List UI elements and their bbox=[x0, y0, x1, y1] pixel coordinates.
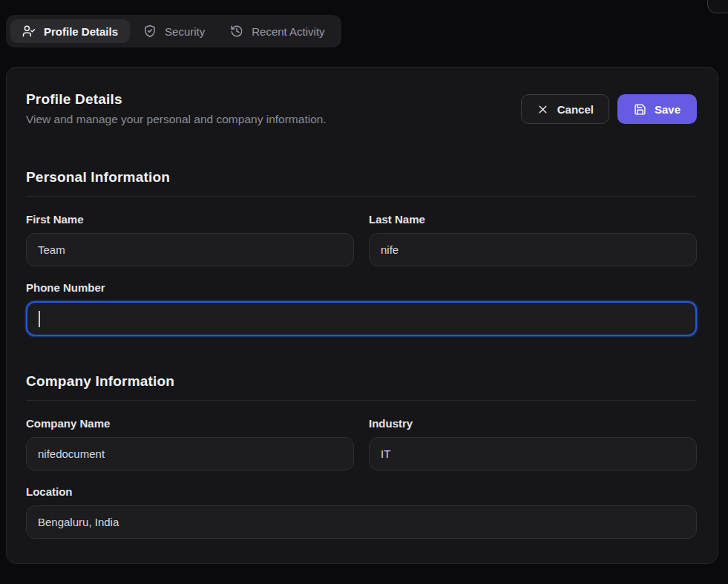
section-company-information: Company Information Company Name Industr… bbox=[26, 373, 697, 539]
industry-label: Industry bbox=[369, 417, 697, 430]
save-button[interactable]: Save bbox=[617, 94, 697, 124]
tab-security[interactable]: Security bbox=[131, 19, 217, 43]
location-field-group: Location bbox=[26, 485, 697, 539]
cancel-button[interactable]: Cancel bbox=[521, 94, 609, 124]
last-name-field-group: Last Name bbox=[369, 213, 697, 266]
phone-number-label: Phone Number bbox=[26, 281, 697, 294]
text-cursor bbox=[39, 311, 40, 327]
location-input[interactable] bbox=[26, 505, 697, 539]
phone-field-group: Phone Number bbox=[26, 281, 697, 336]
tab-label: Security bbox=[165, 25, 205, 38]
section-personal-information: Personal Information First Name Last Nam… bbox=[26, 169, 697, 336]
company-name-input[interactable] bbox=[26, 437, 354, 470]
last-name-input[interactable] bbox=[369, 233, 697, 266]
phone-input-wrap bbox=[26, 301, 697, 336]
last-name-label: Last Name bbox=[369, 213, 697, 226]
offscreen-panel-corner bbox=[707, 0, 728, 13]
shield-check-icon bbox=[143, 24, 157, 38]
close-icon bbox=[537, 103, 549, 116]
section-divider bbox=[26, 400, 697, 401]
industry-field-group: Industry bbox=[369, 417, 697, 470]
profile-tabbar: Profile Details Security Recent Activity bbox=[6, 15, 341, 47]
company-name-label: Company Name bbox=[26, 417, 354, 430]
location-label: Location bbox=[26, 485, 697, 498]
header-actions: Cancel Save bbox=[521, 94, 697, 124]
page-subtitle: View and manage your personal and compan… bbox=[26, 113, 327, 126]
personal-name-row: First Name Last Name bbox=[26, 211, 697, 266]
personal-information-heading: Personal Information bbox=[26, 169, 697, 186]
tab-label: Recent Activity bbox=[252, 25, 324, 38]
company-name-field-group: Company Name bbox=[26, 417, 354, 470]
first-name-input[interactable] bbox=[26, 233, 354, 266]
tab-label: Profile Details bbox=[44, 25, 118, 38]
user-check-icon bbox=[22, 24, 36, 38]
card-header-text: Profile Details View and manage your per… bbox=[26, 91, 327, 126]
company-information-heading: Company Information bbox=[26, 373, 697, 390]
first-name-label: First Name bbox=[26, 213, 354, 226]
profile-details-card: Profile Details View and manage your per… bbox=[6, 67, 718, 564]
save-icon bbox=[634, 103, 646, 116]
industry-input[interactable] bbox=[369, 437, 697, 470]
tab-recent-activity[interactable]: Recent Activity bbox=[218, 19, 336, 43]
company-row: Company Name Industry bbox=[26, 416, 697, 470]
save-button-label: Save bbox=[655, 103, 681, 116]
section-divider bbox=[26, 196, 697, 197]
tab-profile-details[interactable]: Profile Details bbox=[10, 19, 130, 43]
history-icon bbox=[230, 24, 243, 38]
cancel-button-label: Cancel bbox=[557, 103, 594, 116]
first-name-field-group: First Name bbox=[26, 213, 354, 266]
page-title: Profile Details bbox=[26, 91, 327, 108]
card-header: Profile Details View and manage your per… bbox=[26, 91, 697, 126]
phone-number-input[interactable] bbox=[26, 301, 697, 336]
